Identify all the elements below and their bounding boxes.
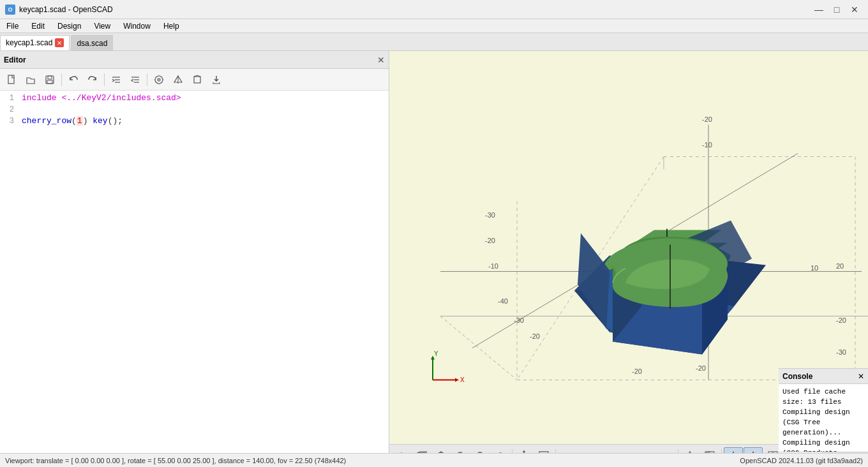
viewport-info: Viewport: translate = [ 0.00 0.00 0.00 ]… <box>5 457 346 464</box>
open-file-button[interactable] <box>22 71 40 88</box>
titlebar-controls: — □ ✕ <box>811 3 863 16</box>
undo-button[interactable] <box>64 71 82 88</box>
editor-panel: Editor ✕ <box>0 51 389 467</box>
svg-rect-14 <box>194 77 200 83</box>
svg-text:-40: -40 <box>498 297 508 305</box>
svg-text:-20: -20 <box>696 364 706 372</box>
openscad-version: OpenSCAD 2024.11.03 (git fd3a9aad2) <box>740 457 863 464</box>
sep2 <box>104 73 105 86</box>
titlebar-left: O keycap1.scad - OpenSCAD <box>5 4 113 15</box>
editor-close-button[interactable]: ✕ <box>377 55 385 65</box>
menu-window[interactable]: Window <box>117 20 157 32</box>
svg-text:-30: -30 <box>514 316 524 324</box>
statusbar: Viewport: translate = [ 0.00 0.00 0.00 ]… <box>0 453 868 467</box>
line-content-1: include <../KeyV2/includes.scad> <box>19 93 389 105</box>
keycap-3d-group <box>613 237 728 354</box>
preview-button[interactable] <box>150 71 168 88</box>
svg-text:10: 10 <box>811 264 818 272</box>
menu-help[interactable]: Help <box>157 20 186 32</box>
console-header: Console ✕ <box>779 369 868 384</box>
svg-text:Y: Y <box>434 350 438 357</box>
svg-rect-3 <box>47 80 52 84</box>
tab-keycap1-close[interactable]: ✕ <box>55 38 64 47</box>
svg-marker-74 <box>523 450 525 452</box>
svg-text:-20: -20 <box>836 316 846 324</box>
menu-view[interactable]: View <box>87 20 117 32</box>
minimize-button[interactable]: — <box>811 3 827 16</box>
console-line-1: Used file cache size: 13 files <box>782 387 864 407</box>
console-area: Console ✕ Used file cache size: 13 files… <box>779 368 868 467</box>
tab-keycap1-label: keycap1.scad <box>6 38 52 47</box>
svg-rect-2 <box>48 76 52 79</box>
titlebar-title: keycap1.scad - OpenSCAD <box>19 5 113 14</box>
redo-button[interactable] <box>84 71 101 88</box>
line-number-3: 3 <box>0 116 19 128</box>
unindent-button[interactable] <box>126 71 144 88</box>
render-stl-button[interactable] <box>188 71 206 88</box>
tab-dsa-label: dsa.scad <box>77 39 107 48</box>
editor-title: Editor <box>4 56 26 64</box>
new-file-button[interactable] <box>3 71 20 88</box>
export-button[interactable] <box>207 71 225 88</box>
line-number-1: 1 <box>0 93 19 105</box>
close-button[interactable]: ✕ <box>846 3 863 16</box>
editor-header: Editor ✕ <box>0 51 389 69</box>
svg-text:-20: -20 <box>530 332 540 340</box>
svg-text:-10: -10 <box>488 262 498 270</box>
svg-text:X: X <box>460 376 465 383</box>
sep3 <box>147 73 147 86</box>
svg-text:-20: -20 <box>485 237 495 244</box>
code-area[interactable]: 1 include <../KeyV2/includes.scad> 2 3 c… <box>0 91 389 467</box>
menubar: File Edit Design View Window Help <box>0 19 868 33</box>
maximize-button[interactable]: □ <box>828 3 845 16</box>
console-line-3: Compiling design (CSG Products generatio… <box>782 438 864 452</box>
svg-rect-0 <box>8 75 14 84</box>
line-content-3: cherry_row(1) key(); <box>19 116 389 128</box>
console-title: Console <box>782 372 812 381</box>
sep1 <box>61 73 62 86</box>
code-line-1: 1 include <../KeyV2/includes.scad> <box>0 93 389 105</box>
svg-text:-30: -30 <box>485 211 495 219</box>
tab-keycap1[interactable]: keycap1.scad ✕ <box>0 35 70 50</box>
render-button[interactable] <box>169 71 187 88</box>
menu-edit[interactable]: Edit <box>25 20 51 32</box>
line-number-2: 2 <box>0 105 19 116</box>
svg-text:-20: -20 <box>702 115 712 123</box>
menu-file[interactable]: File <box>0 20 25 32</box>
svg-point-11 <box>157 78 161 82</box>
tabs: keycap1.scad ✕ dsa.scad <box>0 33 868 51</box>
save-file-button[interactable] <box>41 71 59 88</box>
viewport: -20 -10 10 20 30 20 10 -40 -30 -20 -30 -… <box>389 51 868 467</box>
indent-button[interactable] <box>107 71 125 88</box>
code-line-2: 2 <box>0 105 389 116</box>
svg-text:-20: -20 <box>632 367 642 375</box>
svg-text:20: 20 <box>836 262 844 270</box>
svg-text:-10: -10 <box>702 141 712 149</box>
console-line-2: Compiling design (CSG Tree generation)..… <box>782 407 864 438</box>
titlebar-icon: O <box>5 4 15 15</box>
tab-dsa[interactable]: dsa.scad <box>71 35 113 50</box>
titlebar: O keycap1.scad - OpenSCAD — □ ✕ <box>0 0 868 19</box>
menu-design[interactable]: Design <box>51 20 87 32</box>
main: Editor ✕ <box>0 51 868 467</box>
console-close-btn[interactable]: ✕ <box>858 372 864 381</box>
line-content-2 <box>19 105 389 116</box>
svg-text:-30: -30 <box>836 348 846 356</box>
code-line-3: 3 cherry_row(1) key(); <box>0 116 389 128</box>
editor-toolbar <box>0 69 389 91</box>
console-content: Used file cache size: 13 files Compiling… <box>779 384 868 452</box>
